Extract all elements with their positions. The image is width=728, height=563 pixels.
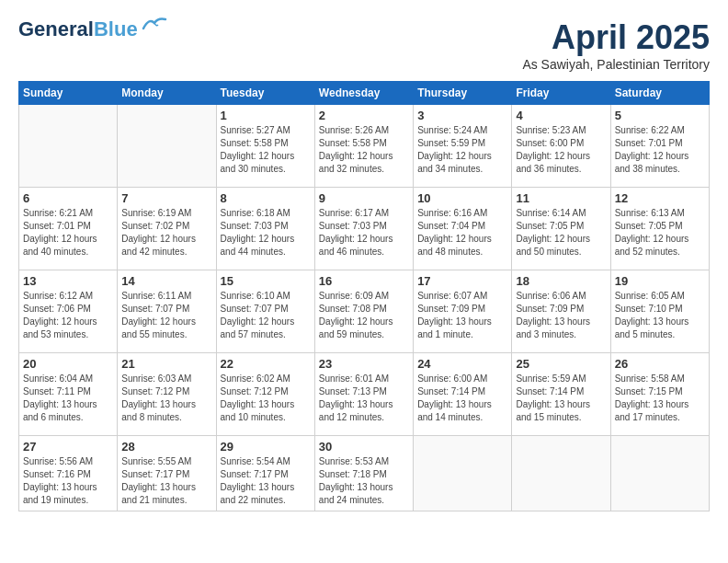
day-number: 11 (516, 191, 606, 205)
calendar-cell: 6Sunrise: 6:21 AMSunset: 7:01 PMDaylight… (19, 188, 118, 270)
day-number: 3 (417, 109, 507, 122)
calendar-cell: 11Sunrise: 6:14 AMSunset: 7:05 PMDayligh… (512, 188, 610, 270)
day-header-sunday: Sunday (19, 82, 118, 105)
day-info: Sunrise: 6:06 AMSunset: 7:09 PMDaylight:… (516, 290, 606, 341)
calendar-week-row: 27Sunrise: 5:56 AMSunset: 7:16 PMDayligh… (19, 436, 710, 511)
calendar-week-row: 1Sunrise: 5:27 AMSunset: 5:58 PMDaylight… (19, 105, 710, 188)
day-number: 26 (615, 357, 705, 371)
day-number: 20 (23, 357, 113, 371)
calendar-cell: 15Sunrise: 6:10 AMSunset: 7:07 PMDayligh… (216, 270, 314, 353)
day-info: Sunrise: 5:58 AMSunset: 7:15 PMDaylight:… (615, 373, 705, 424)
day-info: Sunrise: 6:22 AMSunset: 7:01 PMDaylight:… (615, 124, 705, 176)
calendar-cell: 7Sunrise: 6:19 AMSunset: 7:02 PMDaylight… (118, 188, 216, 270)
title-section: April 2025 As Sawiyah, Palestinian Terri… (522, 18, 710, 72)
calendar-cell: 30Sunrise: 5:53 AMSunset: 7:18 PMDayligh… (314, 436, 413, 511)
day-header-wednesday: Wednesday (314, 82, 413, 105)
day-number: 5 (615, 109, 705, 122)
calendar-cell: 10Sunrise: 6:16 AMSunset: 7:04 PMDayligh… (414, 188, 512, 270)
day-info: Sunrise: 6:16 AMSunset: 7:04 PMDaylight:… (417, 207, 507, 259)
day-header-monday: Monday (118, 82, 216, 105)
day-number: 27 (23, 440, 113, 454)
calendar-cell: 16Sunrise: 6:09 AMSunset: 7:08 PMDayligh… (314, 270, 413, 353)
day-info: Sunrise: 5:54 AMSunset: 7:17 PMDaylight:… (221, 455, 311, 507)
day-info: Sunrise: 5:59 AMSunset: 7:14 PMDaylight:… (516, 373, 606, 424)
calendar-cell: 13Sunrise: 6:12 AMSunset: 7:06 PMDayligh… (19, 270, 118, 353)
calendar-table: SundayMondayTuesdayWednesdayThursdayFrid… (18, 81, 710, 511)
day-info: Sunrise: 6:07 AMSunset: 7:09 PMDaylight:… (417, 290, 507, 341)
day-number: 4 (516, 109, 606, 122)
day-info: Sunrise: 6:21 AMSunset: 7:01 PMDaylight:… (23, 207, 113, 259)
location-subtitle: As Sawiyah, Palestinian Territory (522, 57, 710, 72)
calendar-cell (118, 105, 216, 188)
calendar-cell (414, 436, 512, 511)
day-number: 22 (221, 357, 311, 371)
day-header-tuesday: Tuesday (216, 82, 314, 105)
calendar-cell (512, 436, 610, 511)
logo: GeneralBlue (18, 18, 167, 40)
calendar-cell: 2Sunrise: 5:26 AMSunset: 5:58 PMDaylight… (314, 105, 413, 188)
day-number: 23 (319, 357, 409, 371)
day-info: Sunrise: 6:19 AMSunset: 7:02 PMDaylight:… (121, 207, 211, 259)
day-number: 17 (417, 274, 507, 288)
page-header: GeneralBlue April 2025 As Sawiyah, Pales… (18, 18, 710, 72)
day-number: 1 (221, 109, 311, 122)
calendar-cell: 12Sunrise: 6:13 AMSunset: 7:05 PMDayligh… (610, 188, 709, 270)
calendar-cell: 20Sunrise: 6:04 AMSunset: 7:11 PMDayligh… (19, 353, 118, 436)
day-number: 6 (23, 191, 113, 205)
day-number: 16 (319, 274, 409, 288)
day-number: 24 (417, 357, 507, 371)
day-info: Sunrise: 5:55 AMSunset: 7:17 PMDaylight:… (121, 455, 211, 507)
day-number: 29 (221, 440, 311, 454)
day-number: 10 (417, 191, 507, 205)
day-info: Sunrise: 5:26 AMSunset: 5:58 PMDaylight:… (319, 124, 409, 176)
day-info: Sunrise: 6:00 AMSunset: 7:14 PMDaylight:… (417, 373, 507, 424)
day-number: 21 (121, 357, 211, 371)
calendar-cell: 25Sunrise: 5:59 AMSunset: 7:14 PMDayligh… (512, 353, 610, 436)
calendar-cell: 27Sunrise: 5:56 AMSunset: 7:16 PMDayligh… (19, 436, 118, 511)
day-info: Sunrise: 5:24 AMSunset: 5:59 PMDaylight:… (417, 124, 507, 176)
calendar-cell: 22Sunrise: 6:02 AMSunset: 7:12 PMDayligh… (216, 353, 314, 436)
calendar-cell: 9Sunrise: 6:17 AMSunset: 7:03 PMDaylight… (314, 188, 413, 270)
day-info: Sunrise: 6:04 AMSunset: 7:11 PMDaylight:… (23, 373, 113, 424)
calendar-header-row: SundayMondayTuesdayWednesdayThursdayFrid… (19, 82, 710, 105)
day-info: Sunrise: 5:56 AMSunset: 7:16 PMDaylight:… (23, 455, 113, 507)
day-info: Sunrise: 6:18 AMSunset: 7:03 PMDaylight:… (221, 207, 311, 259)
day-number: 25 (516, 357, 606, 371)
day-number: 15 (221, 274, 311, 288)
day-info: Sunrise: 6:03 AMSunset: 7:12 PMDaylight:… (121, 373, 211, 424)
day-number: 7 (121, 191, 211, 205)
day-info: Sunrise: 6:17 AMSunset: 7:03 PMDaylight:… (319, 207, 409, 259)
month-title: April 2025 (522, 18, 710, 57)
calendar-cell: 28Sunrise: 5:55 AMSunset: 7:17 PMDayligh… (118, 436, 216, 511)
calendar-cell: 21Sunrise: 6:03 AMSunset: 7:12 PMDayligh… (118, 353, 216, 436)
logo-text: GeneralBlue (18, 18, 138, 40)
calendar-week-row: 13Sunrise: 6:12 AMSunset: 7:06 PMDayligh… (19, 270, 710, 353)
calendar-cell: 29Sunrise: 5:54 AMSunset: 7:17 PMDayligh… (216, 436, 314, 511)
day-info: Sunrise: 6:02 AMSunset: 7:12 PMDaylight:… (221, 373, 311, 424)
day-number: 30 (319, 440, 409, 454)
calendar-cell: 4Sunrise: 5:23 AMSunset: 6:00 PMDaylight… (512, 105, 610, 188)
calendar-cell: 26Sunrise: 5:58 AMSunset: 7:15 PMDayligh… (610, 353, 709, 436)
logo-bird-icon (142, 16, 167, 36)
day-info: Sunrise: 5:23 AMSunset: 6:00 PMDaylight:… (516, 124, 606, 176)
day-info: Sunrise: 6:12 AMSunset: 7:06 PMDaylight:… (23, 290, 113, 341)
day-info: Sunrise: 6:11 AMSunset: 7:07 PMDaylight:… (121, 290, 211, 341)
day-info: Sunrise: 6:05 AMSunset: 7:10 PMDaylight:… (615, 290, 705, 341)
calendar-week-row: 6Sunrise: 6:21 AMSunset: 7:01 PMDaylight… (19, 188, 710, 270)
day-header-saturday: Saturday (610, 82, 709, 105)
calendar-cell: 5Sunrise: 6:22 AMSunset: 7:01 PMDaylight… (610, 105, 709, 188)
day-header-thursday: Thursday (414, 82, 512, 105)
day-header-friday: Friday (512, 82, 610, 105)
day-info: Sunrise: 5:53 AMSunset: 7:18 PMDaylight:… (319, 455, 409, 507)
day-number: 14 (121, 274, 211, 288)
day-info: Sunrise: 6:01 AMSunset: 7:13 PMDaylight:… (319, 373, 409, 424)
day-number: 19 (615, 274, 705, 288)
calendar-cell: 24Sunrise: 6:00 AMSunset: 7:14 PMDayligh… (414, 353, 512, 436)
day-info: Sunrise: 6:10 AMSunset: 7:07 PMDaylight:… (221, 290, 311, 341)
day-number: 8 (221, 191, 311, 205)
calendar-cell: 14Sunrise: 6:11 AMSunset: 7:07 PMDayligh… (118, 270, 216, 353)
calendar-cell: 19Sunrise: 6:05 AMSunset: 7:10 PMDayligh… (610, 270, 709, 353)
day-number: 12 (615, 191, 705, 205)
day-info: Sunrise: 6:13 AMSunset: 7:05 PMDaylight:… (615, 207, 705, 259)
day-info: Sunrise: 5:27 AMSunset: 5:58 PMDaylight:… (221, 124, 311, 176)
